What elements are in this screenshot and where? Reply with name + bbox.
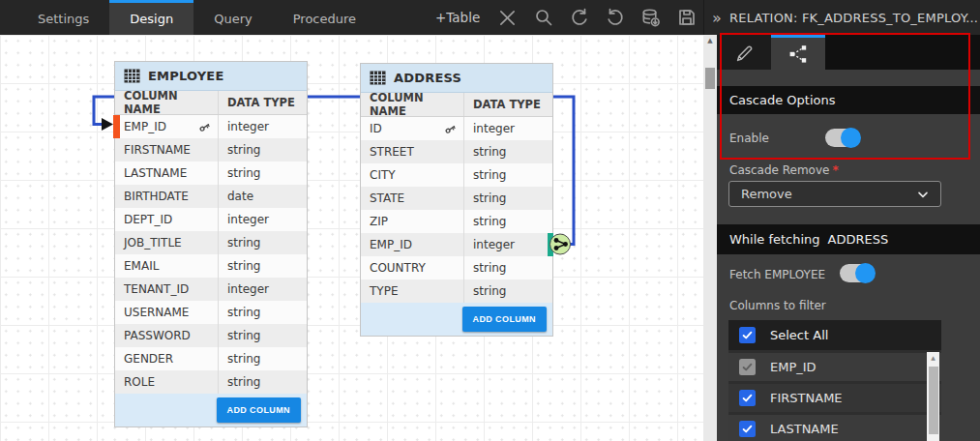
column-filter-label: FIRSTNAME: [770, 391, 843, 405]
cascade-remove-select[interactable]: Remove: [728, 181, 941, 207]
diagram-canvas[interactable]: EMPLOYEE COLUMN NAME DATA TYPE EMP_ID in…: [0, 35, 703, 441]
column-filter-label: LASTNAME: [770, 422, 839, 436]
column-checkbox[interactable]: [739, 390, 756, 406]
cascade-options-header: Cascade Options: [717, 86, 980, 114]
main-tabs: SettingsDesignQueryProcedure: [17, 0, 376, 35]
fetch-employee-label: Fetch EMPLOYEE: [729, 268, 825, 281]
columns-to-filter-label: Columns to filter: [729, 299, 826, 312]
panel-header: » RELATION: FK_ADDRESS_TO_EMPLOY...: [703, 0, 980, 35]
column-filter-row[interactable]: LASTNAME: [728, 412, 941, 441]
column-checkbox[interactable]: [739, 359, 756, 375]
cascade-remove-value: Remove: [741, 187, 915, 201]
enable-toggle[interactable]: [825, 129, 860, 147]
select-all-row[interactable]: Select All: [728, 320, 941, 350]
collapse-panel-icon[interactable]: »: [704, 9, 729, 27]
columns-filter-list: Select All EMP_ID FIRSTNAME LASTNAME ▲: [728, 320, 941, 441]
database-export-icon[interactable]: [640, 8, 661, 28]
panel-tabs-spacer: [825, 35, 980, 70]
panel-tabs: [717, 35, 980, 70]
pencil-icon: [733, 44, 755, 65]
panel-scrollbar[interactable]: ▲: [703, 35, 717, 441]
toggle-knob: [855, 263, 876, 283]
main-tab-settings[interactable]: Settings: [17, 0, 109, 35]
add-table-button[interactable]: +Table: [435, 10, 482, 25]
main-tab-procedure[interactable]: Procedure: [273, 0, 376, 35]
toggle-knob: [841, 128, 861, 148]
redo-refresh-icon[interactable]: [605, 8, 625, 28]
relation-properties-panel: ▲ Cascade Options Enable Casc: [703, 35, 980, 441]
tab-relation[interactable]: [771, 35, 825, 70]
select-all-checkbox[interactable]: [739, 327, 756, 343]
relation-icon: [787, 43, 810, 66]
column-filter-row[interactable]: EMP_ID: [728, 350, 941, 381]
column-filter-label: EMP_ID: [770, 360, 817, 374]
while-fetching-header: While fetching ADDRESS: [717, 224, 980, 254]
column-items: EMP_ID FIRSTNAME LASTNAME: [728, 350, 941, 441]
close-icon[interactable]: [497, 8, 518, 28]
main-tab-query[interactable]: Query: [193, 0, 273, 35]
list-scrollbar[interactable]: ▲: [927, 352, 939, 441]
select-all-label: Select All: [770, 328, 828, 342]
panel-content: Cascade Options Enable Cascade Remove* R…: [717, 35, 980, 441]
panel-title: RELATION: FK_ADDRESS_TO_EMPLOY...: [729, 11, 978, 25]
enable-label: Enable: [729, 132, 769, 145]
scrollbar-thumb[interactable]: [929, 367, 938, 434]
save-icon[interactable]: [676, 8, 697, 28]
chevron-down-icon: [915, 187, 931, 202]
toolbar-actions: +Table: [435, 0, 697, 35]
search-icon[interactable]: [533, 8, 553, 28]
scrollbar-thumb[interactable]: [705, 68, 715, 89]
column-filter-row[interactable]: FIRSTNAME: [728, 381, 941, 412]
required-marker: *: [832, 163, 838, 177]
main-tab-design[interactable]: Design: [109, 0, 193, 35]
scroll-up-icon[interactable]: ▲: [927, 354, 939, 361]
fetch-employee-toggle[interactable]: [840, 264, 875, 282]
relation-arrow-icon: [102, 118, 113, 131]
relation-endpoints: [0, 35, 703, 441]
cascade-remove-label: Cascade Remove*: [729, 163, 839, 177]
undo-refresh-icon[interactable]: [569, 8, 589, 28]
tab-edit[interactable]: [717, 35, 771, 70]
scroll-up-icon[interactable]: ▲: [703, 37, 717, 44]
relation-connector-icon[interactable]: [550, 234, 571, 254]
column-checkbox[interactable]: [739, 421, 756, 437]
top-toolbar: SettingsDesignQueryProcedure +Table » RE…: [0, 0, 980, 35]
